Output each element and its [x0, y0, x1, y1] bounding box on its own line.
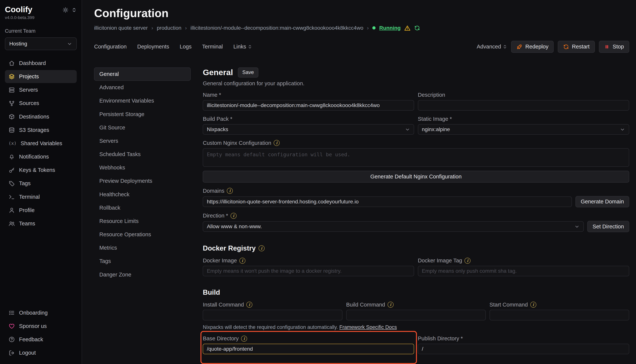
- tab-terminal[interactable]: Terminal: [202, 44, 223, 50]
- subnav-metrics[interactable]: Metrics: [94, 241, 190, 254]
- sidebar-item-servers[interactable]: Servers: [5, 84, 77, 96]
- info-icon[interactable]: [227, 188, 233, 194]
- sidebar-item-terminal[interactable]: Terminal: [5, 190, 77, 204]
- set-direction-button[interactable]: Set Direction: [587, 221, 629, 232]
- info-icon[interactable]: [530, 302, 536, 308]
- info-icon[interactable]: [465, 258, 471, 264]
- start-command-label: Start Command: [490, 302, 629, 308]
- subnav-resource-operations[interactable]: Resource Operations: [94, 228, 190, 241]
- advanced-menu[interactable]: Advanced: [477, 44, 507, 50]
- docker-image-tag-input[interactable]: [418, 266, 629, 276]
- sidebar-nav: Dashboard Projects Servers Sources Desti…: [5, 57, 77, 230]
- logo-row: Coolify: [5, 5, 77, 14]
- sidebar-item-destinations[interactable]: Destinations: [5, 110, 77, 123]
- sidebar-item-teams[interactable]: Teams: [5, 217, 77, 230]
- sidebar-item-label: Sources: [19, 100, 39, 106]
- sidebar-item-projects[interactable]: Projects: [5, 70, 77, 83]
- tab-configuration[interactable]: Configuration: [94, 44, 127, 50]
- generate-domain-button[interactable]: Generate Domain: [575, 196, 629, 207]
- subnav-persistent-storage[interactable]: Persistent Storage: [94, 108, 190, 121]
- description-input[interactable]: [418, 100, 629, 111]
- generate-nginx-button[interactable]: Generate Default Nginx Configuration: [203, 171, 629, 182]
- restart-button[interactable]: Restart: [558, 41, 595, 53]
- info-icon[interactable]: [246, 302, 252, 308]
- form-head: General Save: [203, 68, 629, 78]
- base-directory-input[interactable]: [203, 344, 414, 354]
- publish-directory-input[interactable]: [418, 344, 629, 354]
- settings-subnav: General Advanced Environment Variables P…: [94, 68, 190, 364]
- sidebar-item-label: Feedback: [19, 336, 43, 342]
- static-image-select[interactable]: nginx:alpine: [418, 124, 629, 135]
- subnav-resource-limits[interactable]: Resource Limits: [94, 214, 190, 228]
- stop-button[interactable]: Stop: [599, 41, 629, 53]
- team-select[interactable]: Hosting: [5, 38, 77, 50]
- info-icon[interactable]: [259, 245, 265, 251]
- logout-icon: [9, 350, 15, 356]
- start-command-input[interactable]: [490, 310, 629, 320]
- sidebar-item-sources[interactable]: Sources: [5, 97, 77, 110]
- restart-icon: [563, 44, 569, 50]
- sidebar-item-keys-tokens[interactable]: Keys & Tokens: [5, 164, 77, 176]
- subnav-git-source[interactable]: Git Source: [94, 121, 190, 134]
- redeploy-button[interactable]: Redeploy: [511, 41, 554, 53]
- subnav-servers[interactable]: Servers: [94, 134, 190, 148]
- breadcrumb-application[interactable]: illicitestonion/-module--decomposition:m…: [190, 25, 363, 31]
- nginx-config-textarea[interactable]: [203, 148, 629, 167]
- sidebar-item-dashboard[interactable]: Dashboard: [5, 57, 77, 70]
- subnav-webhooks[interactable]: Webhooks: [94, 161, 190, 174]
- chevron-down-icon: [405, 127, 410, 132]
- info-icon[interactable]: [387, 302, 394, 308]
- sidebar-item-notifications[interactable]: Notifications: [5, 150, 77, 163]
- refresh-status-icon[interactable]: [414, 25, 420, 31]
- info-icon[interactable]: [274, 140, 280, 146]
- breadcrumb-project[interactable]: illicitonion quote server: [94, 25, 148, 31]
- build-pack-select[interactable]: Nixpacks: [203, 124, 414, 135]
- status-running-link[interactable]: Running: [379, 25, 401, 31]
- theme-selector-icon[interactable]: [72, 7, 77, 13]
- sidebar-item-onboarding[interactable]: Onboarding: [5, 306, 77, 319]
- name-input[interactable]: [203, 100, 414, 111]
- up-down-chevrons-icon: [503, 44, 507, 50]
- domains-input[interactable]: [203, 196, 572, 207]
- install-command-input[interactable]: [203, 310, 342, 320]
- subnav-rollback[interactable]: Rollback: [94, 201, 190, 214]
- breadcrumb-separator-icon: [185, 25, 187, 31]
- sidebar-item-sponsor-us[interactable]: Sponsor us: [5, 320, 77, 333]
- direction-label: Direction *: [203, 212, 629, 219]
- subnav-general[interactable]: General: [94, 68, 190, 81]
- docker-image-input[interactable]: [203, 266, 414, 276]
- sidebar-item-label: Dashboard: [19, 60, 46, 66]
- info-icon[interactable]: [231, 213, 237, 219]
- tab-logs[interactable]: Logs: [180, 44, 192, 50]
- save-button[interactable]: Save: [238, 68, 258, 78]
- sidebar-item-profile[interactable]: Profile: [5, 204, 77, 217]
- docker-image-tag-field: Docker Image Tag: [418, 252, 629, 276]
- breadcrumb-environment[interactable]: production: [157, 25, 181, 31]
- sidebar-item-tags[interactable]: Tags: [5, 177, 77, 190]
- subnav-environment-variables[interactable]: Environment Variables: [94, 94, 190, 108]
- subnav-tags[interactable]: Tags: [94, 254, 190, 268]
- subnav-preview-deployments[interactable]: Preview Deployments: [94, 174, 190, 188]
- theme-sun-icon[interactable]: [62, 7, 68, 13]
- direction-select[interactable]: Allow www & non-www.: [203, 221, 583, 232]
- build-command-input[interactable]: [346, 310, 486, 320]
- sidebar-item-s3-storages[interactable]: S3 Storages: [5, 124, 77, 136]
- subnav-healthcheck[interactable]: Healthcheck: [94, 188, 190, 201]
- status-dot-icon: [372, 26, 375, 30]
- sidebar-item-logout[interactable]: Logout: [5, 346, 77, 359]
- sidebar-item-feedback[interactable]: Feedback: [5, 333, 77, 346]
- app-logo[interactable]: Coolify: [5, 5, 32, 14]
- warning-triangle-icon[interactable]: [404, 25, 410, 31]
- sidebar-item-shared-variables[interactable]: (x) Shared Variables: [5, 137, 77, 150]
- chevron-down-icon: [620, 127, 625, 132]
- tab-deployments[interactable]: Deployments: [137, 44, 169, 50]
- framework-docs-link[interactable]: Framework Specific Docs: [339, 324, 397, 330]
- docker-registry-row: Docker Image Docker Image Tag: [203, 252, 629, 276]
- subnav-advanced[interactable]: Advanced: [94, 81, 190, 94]
- info-icon[interactable]: [241, 336, 247, 342]
- tab-links[interactable]: Links: [233, 44, 252, 50]
- subnav-danger-zone[interactable]: Danger Zone: [94, 268, 190, 281]
- info-icon[interactable]: [239, 258, 245, 264]
- rocket-icon: [516, 44, 522, 50]
- subnav-scheduled-tasks[interactable]: Scheduled Tasks: [94, 148, 190, 161]
